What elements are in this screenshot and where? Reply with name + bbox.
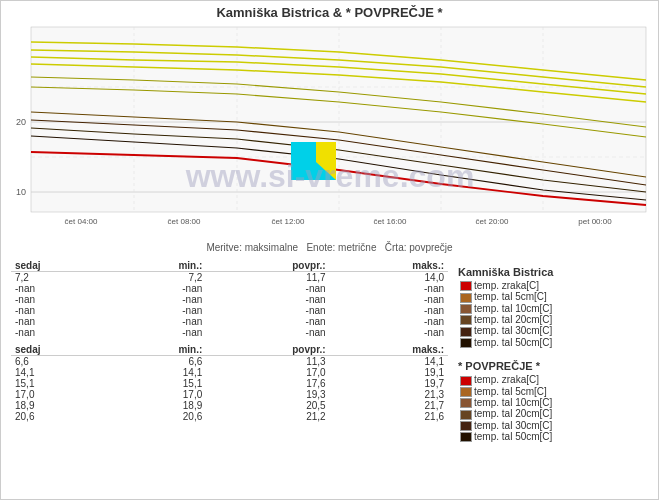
cell-povpr: 11,3 <box>206 356 329 368</box>
cell-maks: 14,1 <box>330 356 448 368</box>
table-row: -nan-nan-nan-nan <box>11 305 448 316</box>
chart-svg-container: 20 10 čet 04:00 čet 08:00 čet 12:00 čet … <box>1 22 658 232</box>
legend-label: temp. tal 10cm[C] <box>474 303 552 314</box>
legend-item: temp. zraka[C] <box>458 280 648 291</box>
legend-item: temp. tal 50cm[C] <box>458 337 648 348</box>
cell-maks: -nan <box>330 294 448 305</box>
col-sedaj-1: sedaj <box>11 260 111 272</box>
legend-color-box <box>460 387 472 397</box>
cell-povpr: -nan <box>206 327 329 338</box>
cell-min: 7,2 <box>111 272 206 284</box>
chart-area: Kamniška Bistrica & * POVPREČJE * 20 10 <box>1 1 658 241</box>
cell-sedaj: 7,2 <box>11 272 111 284</box>
legend-color-box <box>460 315 472 325</box>
cell-min: -nan <box>111 283 206 294</box>
legend-item: temp. zraka[C] <box>458 374 648 385</box>
legend-color-box <box>460 293 472 303</box>
table-row: 6,66,611,314,1 <box>11 356 448 368</box>
svg-text:čet 20:00: čet 20:00 <box>476 217 509 226</box>
cell-povpr: -nan <box>206 305 329 316</box>
cell-sedaj: 20,6 <box>11 411 111 422</box>
legend-label: temp. tal 50cm[C] <box>474 337 552 348</box>
legend-row: temp. tal 50cm[C] <box>458 337 648 348</box>
cell-maks: 19,1 <box>330 367 448 378</box>
cell-min: 14,1 <box>111 367 206 378</box>
legend-color-box <box>460 304 472 314</box>
data-left: sedaj min.: povpr.: maks.: 7,27,211,714,… <box>11 260 448 497</box>
cell-maks: 21,7 <box>330 400 448 411</box>
section2-table: sedaj min.: povpr.: maks.: 6,66,611,314,… <box>11 344 448 422</box>
table-row: 18,918,920,521,7 <box>11 400 448 411</box>
cell-sedaj: 6,6 <box>11 356 111 368</box>
cell-sedaj: -nan <box>11 316 111 327</box>
legend-label: temp. tal 5cm[C] <box>474 291 547 302</box>
col-povpr-2: povpr.: <box>206 344 329 356</box>
legend-label: temp. tal 5cm[C] <box>474 386 547 397</box>
legend-color-box <box>460 410 472 420</box>
svg-text:20: 20 <box>16 117 26 127</box>
cell-maks: -nan <box>330 283 448 294</box>
cell-min: -nan <box>111 327 206 338</box>
cell-sedaj: 17,0 <box>11 389 111 400</box>
cell-povpr: -nan <box>206 316 329 327</box>
legend-item: temp. tal 5cm[C] <box>458 291 648 302</box>
legend1-table: temp. zraka[C]temp. tal 5cm[C]temp. tal … <box>458 280 648 348</box>
chart-svg: 20 10 čet 04:00 čet 08:00 čet 12:00 čet … <box>1 22 659 230</box>
cell-min: -nan <box>111 294 206 305</box>
legend-color-box <box>460 398 472 408</box>
legend-row: temp. tal 20cm[C] <box>458 314 648 325</box>
col-maks-1: maks.: <box>330 260 448 272</box>
cell-povpr: 21,2 <box>206 411 329 422</box>
svg-text:www.si-vreme.com: www.si-vreme.com <box>185 158 475 194</box>
svg-text:čet 16:00: čet 16:00 <box>374 217 407 226</box>
legend-label: temp. tal 30cm[C] <box>474 420 552 431</box>
legend-item: temp. tal 5cm[C] <box>458 386 648 397</box>
cell-sedaj: -nan <box>11 283 111 294</box>
legend-color-box <box>460 432 472 442</box>
legend-row: temp. tal 10cm[C] <box>458 397 648 408</box>
legend-item: temp. tal 30cm[C] <box>458 325 648 336</box>
data-right: Kamniška Bistrica temp. zraka[C]temp. ta… <box>448 260 648 497</box>
legend-label: temp. tal 30cm[C] <box>474 325 552 336</box>
col-min-1: min.: <box>111 260 206 272</box>
table-row: -nan-nan-nan-nan <box>11 294 448 305</box>
legend-row: temp. tal 20cm[C] <box>458 408 648 419</box>
cell-maks: 19,7 <box>330 378 448 389</box>
section1-table: sedaj min.: povpr.: maks.: 7,27,211,714,… <box>11 260 448 338</box>
col-min-2: min.: <box>111 344 206 356</box>
legend-item: temp. tal 30cm[C] <box>458 420 648 431</box>
col-povpr-1: povpr.: <box>206 260 329 272</box>
subtitle-crta: Črta: povprečje <box>385 242 453 253</box>
legend-label: temp. tal 10cm[C] <box>474 397 552 408</box>
col-sedaj-2: sedaj <box>11 344 111 356</box>
svg-text:čet 08:00: čet 08:00 <box>168 217 201 226</box>
cell-maks: -nan <box>330 316 448 327</box>
legend-row: temp. tal 50cm[C] <box>458 431 648 442</box>
legend-color-box <box>460 376 472 386</box>
table-row: 15,115,117,619,7 <box>11 378 448 389</box>
legend-item: temp. tal 10cm[C] <box>458 397 648 408</box>
cell-povpr: 20,5 <box>206 400 329 411</box>
cell-sedaj: -nan <box>11 305 111 316</box>
legend-label: temp. tal 20cm[C] <box>474 314 552 325</box>
table-row: 20,620,621,221,6 <box>11 411 448 422</box>
legend-row: temp. tal 30cm[C] <box>458 325 648 336</box>
section2-title: * POVPREČJE * <box>458 360 648 372</box>
svg-text:čet 12:00: čet 12:00 <box>272 217 305 226</box>
cell-min: -nan <box>111 316 206 327</box>
table-row: 7,27,211,714,0 <box>11 272 448 284</box>
cell-min: 20,6 <box>111 411 206 422</box>
table-row: -nan-nan-nan-nan <box>11 327 448 338</box>
legend-item: temp. tal 20cm[C] <box>458 314 648 325</box>
legend-color-box <box>460 327 472 337</box>
cell-povpr: -nan <box>206 283 329 294</box>
subtitle-enote: Enote: metrične <box>306 242 376 253</box>
legend-item: temp. tal 20cm[C] <box>458 408 648 419</box>
legend-row: temp. tal 30cm[C] <box>458 420 648 431</box>
col-maks-2: maks.: <box>330 344 448 356</box>
legend-item: temp. tal 10cm[C] <box>458 303 648 314</box>
section2-table-block: sedaj min.: povpr.: maks.: 6,66,611,314,… <box>11 344 448 422</box>
svg-text:10: 10 <box>16 187 26 197</box>
cell-sedaj: 14,1 <box>11 367 111 378</box>
legend-color-box <box>460 281 472 291</box>
